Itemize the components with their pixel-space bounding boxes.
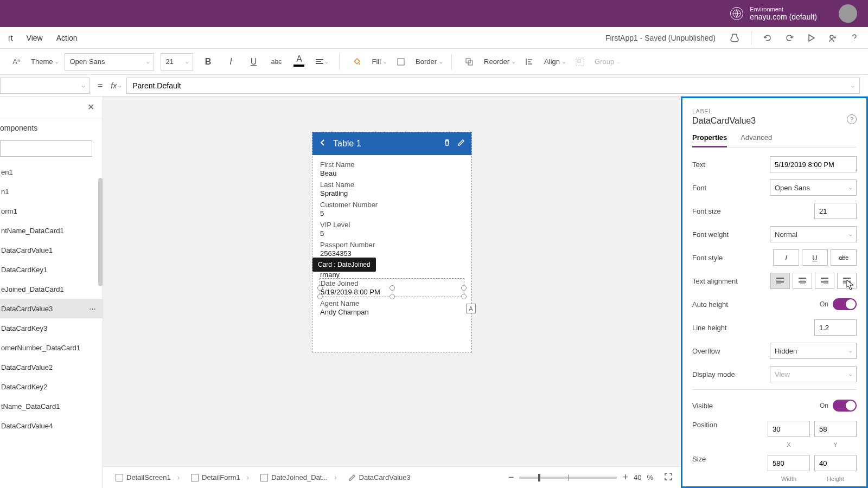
tree-item[interactable]: DataCardKey3 — [0, 318, 103, 338]
globe-icon — [730, 7, 743, 20]
tree-view-panel: ✕ omponents en1n1orm1ntName_DataCard1Dat… — [0, 97, 103, 488]
tree-item[interactable]: DataCardKey2 — [0, 377, 103, 396]
border-icon[interactable] — [393, 53, 409, 70]
components-tab[interactable]: omponents — [0, 118, 103, 138]
screen-title: Table 1 — [333, 139, 437, 149]
position-x-input[interactable] — [768, 421, 810, 437]
italic-button[interactable]: I — [773, 249, 799, 266]
zoom-out-icon[interactable]: − — [508, 472, 514, 483]
tree-item[interactable]: eJoined_DataCard1 — [0, 279, 103, 299]
strike-button[interactable]: abc — [831, 249, 857, 266]
property-dropdown[interactable]: ⌵ — [0, 78, 90, 94]
help-icon[interactable]: ? — [847, 114, 857, 124]
tree-item[interactable]: omerNumber_DataCard1 — [0, 338, 103, 357]
auto-height-toggle[interactable] — [833, 298, 857, 310]
display-mode-select[interactable]: View⌵ — [770, 366, 857, 382]
tree-item[interactable]: DataCardKey1 — [0, 260, 103, 279]
reorder-dropdown[interactable]: Reorder ⌵ — [484, 57, 515, 66]
accessibility-badge[interactable]: A — [466, 304, 476, 313]
format-painter-icon[interactable]: Aⁿ — [8, 53, 24, 70]
align-left-button[interactable] — [770, 273, 790, 289]
breadcrumb-item[interactable]: DataCardValue3 — [344, 471, 415, 484]
reorder-icon[interactable] — [461, 53, 477, 70]
selected-datacard[interactable]: Date Joined5/19/2019 8:00 PM A — [320, 278, 464, 297]
underline-button[interactable]: U — [802, 249, 828, 266]
align-dropdown[interactable]: Align ⌵ — [544, 57, 565, 66]
breadcrumb-item[interactable]: DetailScreen1› — [111, 471, 184, 484]
font-select[interactable]: Open Sans⌵ — [770, 179, 857, 196]
breadcrumb-bar: DetailScreen1›DetailForm1›DateJoined_Dat… — [103, 466, 681, 488]
theme-dropdown[interactable]: Theme ⌵ — [31, 57, 58, 66]
align-icon[interactable] — [521, 53, 538, 70]
tab-properties[interactable]: Properties — [692, 133, 727, 147]
close-icon[interactable]: ✕ — [87, 102, 94, 112]
overflow-select[interactable]: Hidden⌵ — [770, 343, 857, 359]
height-input[interactable] — [814, 455, 857, 471]
fill-color-icon[interactable] — [349, 53, 365, 70]
menu-view[interactable]: View — [27, 34, 43, 42]
font-size-select[interactable]: 21⌵ — [161, 53, 193, 70]
font-color-icon[interactable]: A — [291, 53, 307, 70]
text-align-icon[interactable]: ⌵ — [314, 53, 330, 70]
tree-search-input[interactable] — [0, 140, 92, 157]
position-y-input[interactable] — [814, 421, 857, 437]
font-select[interactable]: Open Sans⌵ — [65, 53, 154, 70]
undo-icon[interactable] — [762, 33, 773, 43]
visible-toggle[interactable] — [833, 400, 857, 412]
fill-dropdown[interactable]: Fill ⌵ — [372, 57, 386, 66]
italic-icon[interactable]: I — [222, 53, 239, 70]
zoom-slider[interactable] — [519, 477, 617, 479]
environment-block[interactable]: Environment enayu.com (default) — [730, 6, 817, 21]
play-icon[interactable] — [806, 33, 816, 43]
phone-preview[interactable]: Table 1 First NameBeauLast NameSpratling… — [312, 132, 472, 352]
font-weight-select[interactable]: Normal⌵ — [770, 226, 857, 242]
fit-screen-icon[interactable] — [664, 472, 673, 483]
svg-rect-5 — [576, 58, 584, 66]
properties-panel: ? LABEL DataCardValue3 Properties Advanc… — [681, 97, 868, 488]
group-icon[interactable] — [572, 53, 588, 70]
tab-advanced[interactable]: Advanced — [741, 133, 772, 147]
back-icon[interactable] — [319, 139, 327, 149]
align-justify-button[interactable] — [837, 273, 857, 289]
text-input[interactable] — [770, 156, 857, 172]
breadcrumb-item[interactable]: DetailForm1› — [187, 471, 253, 484]
edit-icon[interactable] — [457, 139, 465, 149]
width-input[interactable] — [768, 455, 810, 471]
delete-icon[interactable] — [443, 139, 451, 149]
help-icon[interactable] — [849, 33, 860, 43]
share-icon[interactable] — [827, 33, 838, 43]
tree-item[interactable]: DataCardValue2 — [0, 357, 103, 377]
canvas-area[interactable]: Table 1 First NameBeauLast NameSpratling… — [103, 97, 681, 488]
tree-item[interactable]: orm1 — [0, 201, 103, 221]
group-dropdown[interactable]: Group ⌵ — [595, 57, 620, 66]
align-center-button[interactable] — [793, 273, 812, 289]
tree-item[interactable]: DataCardValue4 — [0, 416, 103, 435]
bold-icon[interactable]: B — [200, 53, 216, 70]
underline-icon[interactable]: U — [245, 53, 261, 70]
app-status: FirstApp1 - Saved (Unpublished) — [605, 34, 716, 42]
tree-item[interactable]: DataCardValue1 — [0, 240, 103, 260]
align-right-button[interactable] — [815, 273, 834, 289]
tree-item[interactable]: n1 — [0, 182, 103, 201]
formula-input[interactable]: Parent.Default⌵ — [126, 78, 860, 94]
border-dropdown[interactable]: Border ⌵ — [416, 57, 442, 66]
tree-item[interactable]: DataCardValue3⋯ — [0, 299, 103, 318]
fx-label[interactable]: fx⌵ — [111, 81, 121, 90]
menu-action[interactable]: Action — [56, 34, 78, 42]
breadcrumb-item[interactable]: DateJoined_Dat...› — [256, 471, 341, 484]
font-size-input[interactable] — [814, 203, 857, 219]
redo-icon[interactable] — [784, 33, 795, 43]
env-name: enayu.com (default) — [750, 12, 817, 21]
tree-item[interactable]: ntName_DataCard1 — [0, 221, 103, 240]
strikethrough-icon[interactable]: abc — [268, 53, 284, 70]
format-toolbar: Aⁿ Theme ⌵ Open Sans⌵ 21⌵ B I U abc A ⌵ … — [0, 49, 868, 75]
screen-header: Table 1 — [312, 132, 471, 155]
menu-insert[interactable]: rt — [8, 34, 13, 42]
line-height-input[interactable] — [814, 319, 857, 336]
diagnostics-icon[interactable] — [729, 33, 740, 43]
tree-item[interactable]: en1 — [0, 162, 103, 182]
zoom-in-icon[interactable]: + — [622, 472, 628, 483]
tree-item[interactable]: tName_DataCard1 — [0, 396, 103, 416]
tree-scrollbar[interactable] — [98, 178, 103, 286]
user-avatar[interactable] — [839, 4, 857, 23]
